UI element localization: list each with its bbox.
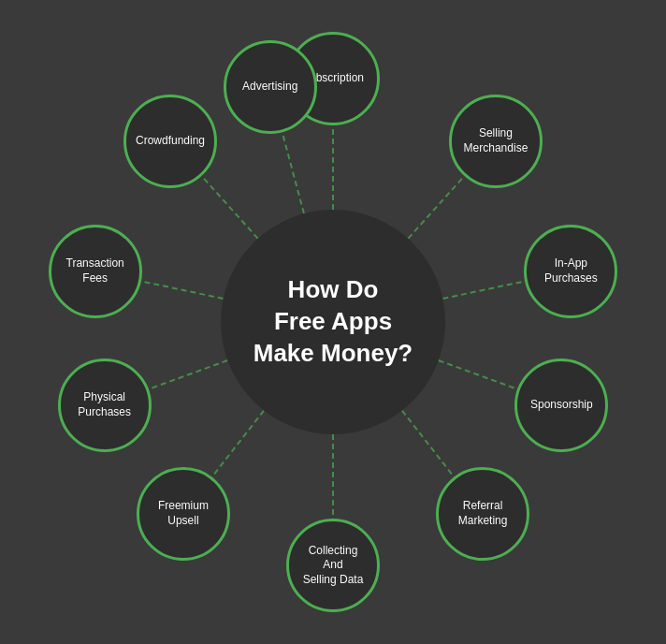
center-title: How Do Free Apps Make Money?: [253, 274, 413, 369]
svg-line-8: [141, 281, 224, 299]
node-freemium: FreemiumUpsell: [137, 467, 230, 561]
node-sponsorship: Sponsorship: [514, 359, 608, 452]
node-crowdfunding: Crowdfunding: [123, 95, 217, 188]
center-circle: How Do Free Apps Make Money?: [221, 210, 445, 434]
node-referral: ReferralMarketing: [436, 467, 529, 561]
svg-line-7: [149, 360, 228, 389]
node-collecting-data: CollectingAndSelling Data: [286, 519, 380, 612]
diagram-container: How Do Free Apps Make Money? Subscriptio…: [15, 13, 651, 631]
node-advertising: Advertising: [224, 40, 317, 134]
node-transaction-fees: TransactionFees: [49, 225, 142, 318]
svg-line-6: [212, 411, 264, 477]
svg-line-2: [442, 281, 525, 299]
svg-line-1: [408, 176, 464, 239]
svg-line-10: [282, 132, 304, 213]
svg-line-4: [402, 411, 454, 477]
svg-line-3: [439, 360, 518, 389]
node-in-app-purchases: In-AppPurchases: [524, 225, 617, 318]
svg-line-9: [201, 176, 257, 239]
node-physical: PhysicalPurchases: [58, 359, 152, 452]
node-selling-merch: SellingMerchandise: [449, 95, 543, 188]
